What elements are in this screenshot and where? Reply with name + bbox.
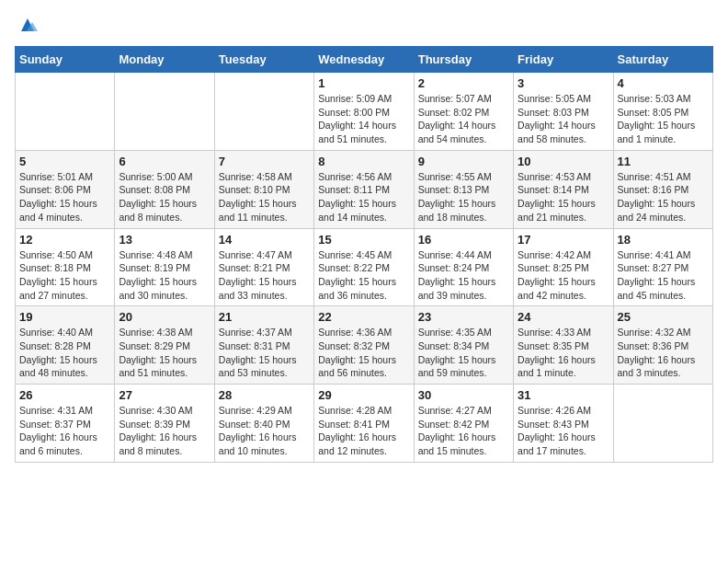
day-number: 28 [219,388,310,402]
day-info: Sunrise: 4:36 AMSunset: 8:32 PMDaylight:… [318,326,409,380]
day-info: Sunrise: 4:37 AMSunset: 8:31 PMDaylight:… [219,326,310,380]
day-info: Sunrise: 4:38 AMSunset: 8:29 PMDaylight:… [119,326,210,380]
calendar-cell: 16Sunrise: 4:44 AMSunset: 8:24 PMDayligh… [414,228,513,306]
calendar-cell: 7Sunrise: 4:58 AMSunset: 8:10 PMDaylight… [214,150,313,228]
calendar-cell: 28Sunrise: 4:29 AMSunset: 8:40 PMDayligh… [214,385,313,463]
day-number: 3 [518,76,609,90]
calendar-cell: 24Sunrise: 4:33 AMSunset: 8:35 PMDayligh… [514,306,613,385]
calendar-cell: 18Sunrise: 4:41 AMSunset: 8:27 PMDayligh… [613,228,712,306]
calendar-cell: 29Sunrise: 4:28 AMSunset: 8:41 PMDayligh… [314,385,414,463]
day-info: Sunrise: 4:53 AMSunset: 8:14 PMDaylight:… [518,170,609,224]
calendar-cell: 31Sunrise: 4:26 AMSunset: 8:43 PMDayligh… [514,385,613,463]
calendar-cell [214,73,313,151]
calendar-cell: 12Sunrise: 4:50 AMSunset: 8:18 PMDayligh… [16,228,115,306]
day-number: 23 [418,310,509,324]
day-number: 25 [618,310,709,324]
calendar-cell: 14Sunrise: 4:47 AMSunset: 8:21 PMDayligh… [214,228,313,306]
day-number: 24 [518,310,609,324]
day-number: 16 [418,233,509,247]
day-info: Sunrise: 5:01 AMSunset: 8:06 PMDaylight:… [19,170,110,224]
col-header-monday: Monday [115,47,214,73]
calendar-cell: 19Sunrise: 4:40 AMSunset: 8:28 PMDayligh… [16,306,115,385]
day-info: Sunrise: 4:58 AMSunset: 8:10 PMDaylight:… [219,170,310,224]
day-info: Sunrise: 4:42 AMSunset: 8:25 PMDaylight:… [518,248,609,303]
day-number: 4 [618,76,709,90]
day-number: 10 [518,155,609,168]
day-info: Sunrise: 4:44 AMSunset: 8:24 PMDaylight:… [418,248,509,303]
day-info: Sunrise: 4:41 AMSunset: 8:27 PMDaylight:… [618,248,709,303]
day-info: Sunrise: 5:03 AMSunset: 8:05 PMDaylight:… [618,92,709,146]
col-header-friday: Friday [514,47,613,73]
day-info: Sunrise: 4:29 AMSunset: 8:40 PMDaylight:… [219,404,310,458]
day-number: 15 [318,233,409,247]
calendar-cell: 20Sunrise: 4:38 AMSunset: 8:29 PMDayligh… [115,306,214,385]
calendar-cell [613,385,712,463]
day-number: 30 [418,388,509,402]
col-header-thursday: Thursday [414,47,513,73]
day-info: Sunrise: 4:28 AMSunset: 8:41 PMDaylight:… [318,404,409,458]
col-header-wednesday: Wednesday [314,47,414,73]
calendar-cell: 30Sunrise: 4:27 AMSunset: 8:42 PMDayligh… [414,385,513,463]
day-number: 11 [618,155,709,168]
day-info: Sunrise: 4:33 AMSunset: 8:35 PMDaylight:… [518,326,609,380]
day-info: Sunrise: 4:27 AMSunset: 8:42 PMDaylight:… [418,404,509,458]
day-number: 17 [518,233,609,247]
calendar-table: SundayMondayTuesdayWednesdayThursdayFrid… [15,46,713,463]
calendar-cell: 17Sunrise: 4:42 AMSunset: 8:25 PMDayligh… [514,228,613,306]
day-number: 9 [418,155,509,168]
calendar-cell: 5Sunrise: 5:01 AMSunset: 8:06 PMDaylight… [16,150,115,228]
day-number: 22 [318,310,409,324]
col-header-tuesday: Tuesday [214,47,313,73]
day-info: Sunrise: 5:05 AMSunset: 8:03 PMDaylight:… [518,92,609,146]
day-info: Sunrise: 4:50 AMSunset: 8:18 PMDaylight:… [19,248,110,303]
day-info: Sunrise: 4:35 AMSunset: 8:34 PMDaylight:… [418,326,509,380]
calendar-cell: 13Sunrise: 4:48 AMSunset: 8:19 PMDayligh… [115,228,214,306]
logo-icon [17,15,38,35]
day-info: Sunrise: 4:31 AMSunset: 8:37 PMDaylight:… [19,404,110,458]
day-number: 20 [119,310,210,324]
calendar-cell: 26Sunrise: 4:31 AMSunset: 8:37 PMDayligh… [16,385,115,463]
day-info: Sunrise: 4:55 AMSunset: 8:13 PMDaylight:… [418,170,509,224]
day-number: 12 [19,233,110,247]
day-number: 2 [418,76,509,90]
calendar-cell: 6Sunrise: 5:00 AMSunset: 8:08 PMDaylight… [115,150,214,228]
day-number: 5 [19,155,110,168]
day-number: 6 [119,155,210,168]
day-info: Sunrise: 5:07 AMSunset: 8:02 PMDaylight:… [418,92,509,146]
day-number: 7 [219,155,310,168]
day-number: 21 [219,310,310,324]
calendar-cell: 15Sunrise: 4:45 AMSunset: 8:22 PMDayligh… [314,228,414,306]
day-number: 18 [618,233,709,247]
logo [15,15,38,35]
day-info: Sunrise: 4:32 AMSunset: 8:36 PMDaylight:… [618,326,709,380]
col-header-saturday: Saturday [613,47,712,73]
calendar-cell: 4Sunrise: 5:03 AMSunset: 8:05 PMDaylight… [613,73,712,151]
calendar-cell: 9Sunrise: 4:55 AMSunset: 8:13 PMDaylight… [414,150,513,228]
calendar-cell [16,73,115,151]
day-info: Sunrise: 4:45 AMSunset: 8:22 PMDaylight:… [318,248,409,303]
day-number: 13 [119,233,210,247]
day-info: Sunrise: 4:51 AMSunset: 8:16 PMDaylight:… [618,170,709,224]
page-header [15,15,713,35]
calendar-cell: 3Sunrise: 5:05 AMSunset: 8:03 PMDaylight… [514,73,613,151]
day-number: 26 [19,388,110,402]
calendar-cell: 25Sunrise: 4:32 AMSunset: 8:36 PMDayligh… [613,306,712,385]
day-info: Sunrise: 4:48 AMSunset: 8:19 PMDaylight:… [119,248,210,303]
calendar-cell: 22Sunrise: 4:36 AMSunset: 8:32 PMDayligh… [314,306,414,385]
day-info: Sunrise: 4:26 AMSunset: 8:43 PMDaylight:… [518,404,609,458]
calendar-cell: 10Sunrise: 4:53 AMSunset: 8:14 PMDayligh… [514,150,613,228]
col-header-sunday: Sunday [16,47,115,73]
day-number: 19 [19,310,110,324]
calendar-cell: 11Sunrise: 4:51 AMSunset: 8:16 PMDayligh… [613,150,712,228]
day-info: Sunrise: 5:00 AMSunset: 8:08 PMDaylight:… [119,170,210,224]
calendar-cell: 1Sunrise: 5:09 AMSunset: 8:00 PMDaylight… [314,73,414,151]
day-info: Sunrise: 5:09 AMSunset: 8:00 PMDaylight:… [318,92,409,146]
calendar-cell: 8Sunrise: 4:56 AMSunset: 8:11 PMDaylight… [314,150,414,228]
calendar-cell: 27Sunrise: 4:30 AMSunset: 8:39 PMDayligh… [115,385,214,463]
calendar-cell: 2Sunrise: 5:07 AMSunset: 8:02 PMDaylight… [414,73,513,151]
day-number: 27 [119,388,210,402]
day-number: 14 [219,233,310,247]
day-info: Sunrise: 4:56 AMSunset: 8:11 PMDaylight:… [318,170,409,224]
day-info: Sunrise: 4:47 AMSunset: 8:21 PMDaylight:… [219,248,310,303]
day-number: 1 [318,76,409,90]
